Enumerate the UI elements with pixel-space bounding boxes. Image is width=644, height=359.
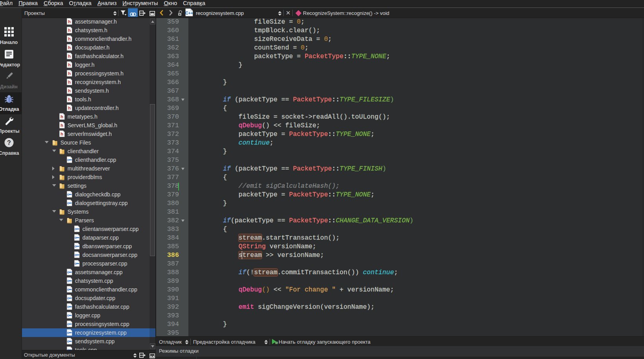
svg-text:h: h <box>68 28 71 33</box>
svg-text:h: h <box>68 54 71 59</box>
svg-text:h: h <box>68 19 71 24</box>
svg-text:h: h <box>60 114 63 119</box>
svg-text:h: h <box>68 62 71 67</box>
svg-text:h: h <box>68 106 71 110</box>
svg-text:h: h <box>60 123 63 128</box>
svg-text:h: h <box>68 97 71 102</box>
svg-text:h: h <box>68 37 71 41</box>
svg-text:C++: C++ <box>185 11 193 15</box>
svg-text:h: h <box>68 80 71 84</box>
svg-text:h: h <box>60 132 63 136</box>
svg-text:h: h <box>68 71 71 76</box>
svg-text:h: h <box>68 88 71 93</box>
svg-text:?: ? <box>7 139 11 146</box>
svg-text:h: h <box>68 45 71 50</box>
